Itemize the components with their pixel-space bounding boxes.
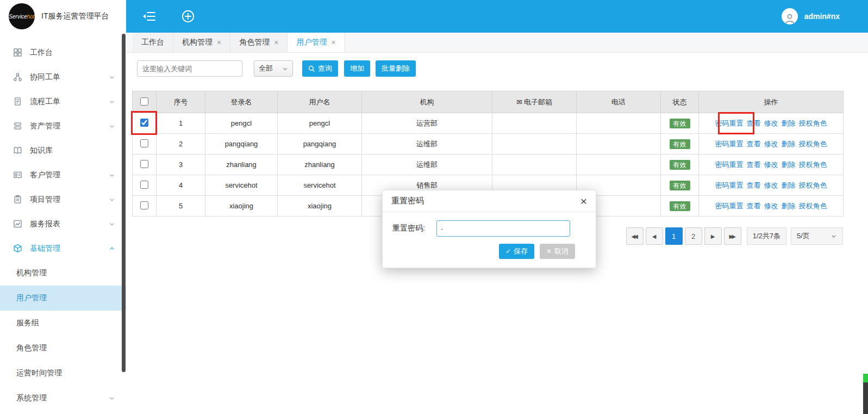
- row-checkbox[interactable]: [140, 119, 148, 127]
- sidebar-item-label: 基础管理: [30, 244, 60, 254]
- table-cell: 5: [157, 196, 205, 217]
- authorize-role-link[interactable]: 授权角色: [799, 119, 827, 127]
- sidebar-item-role-mgmt[interactable]: 角色管理: [0, 336, 126, 361]
- chevron-down-icon: [109, 395, 115, 401]
- view-link[interactable]: 查看: [747, 140, 761, 148]
- reset-password-link[interactable]: 密码重置: [715, 160, 744, 169]
- edit-link[interactable]: 修改: [764, 160, 778, 169]
- avatar[interactable]: [782, 8, 798, 24]
- sidebar-item-process-orders[interactable]: 流程工单: [0, 89, 126, 114]
- authorize-role-link[interactable]: 授权角色: [799, 202, 827, 210]
- sidebar-item-service-reports[interactable]: 服务报表: [0, 212, 126, 236]
- delete-link[interactable]: 删除: [782, 160, 796, 169]
- sidebar-toggle-icon[interactable]: [141, 10, 157, 23]
- sidebar-scrollbar[interactable]: [122, 34, 126, 372]
- authorize-role-link[interactable]: 授权角色: [799, 181, 827, 189]
- edit-link[interactable]: 修改: [764, 181, 778, 189]
- page-scrollbar-thumb[interactable]: [863, 374, 868, 414]
- sidebar-item-user-mgmt[interactable]: 用户管理: [0, 286, 126, 311]
- tab-role-mgmt[interactable]: 角色管理×: [230, 33, 288, 52]
- close-icon[interactable]: ×: [217, 38, 221, 47]
- document-icon: [13, 97, 23, 107]
- view-link[interactable]: 查看: [747, 119, 761, 127]
- user-menu[interactable]: admin#nx: [782, 8, 840, 24]
- batch-delete-button[interactable]: 批量删除: [376, 60, 416, 77]
- reset-password-link[interactable]: 密码重置: [715, 181, 744, 189]
- table-cell: zhanliang: [205, 155, 278, 175]
- add-button[interactable]: 增加: [344, 60, 370, 77]
- edit-link[interactable]: 修改: [764, 202, 778, 210]
- chevron-down-icon: [109, 123, 115, 129]
- sidebar-item-customers[interactable]: 客户管理: [0, 163, 126, 187]
- select-all-checkbox[interactable]: [140, 97, 148, 106]
- chevron-down-icon: [109, 196, 115, 203]
- tab-workbench[interactable]: 工作台: [133, 33, 173, 52]
- delete-link[interactable]: 删除: [782, 119, 796, 127]
- row-checkbox[interactable]: [140, 139, 148, 147]
- row-checkbox[interactable]: [140, 160, 148, 168]
- tab-user-mgmt[interactable]: 用户管理×: [288, 33, 345, 52]
- first-page-button[interactable]: ◀◀: [626, 227, 644, 245]
- table-header-row: 序号 登录名 用户名 机构 ✉电子邮箱 电话 状态 操作: [133, 91, 844, 113]
- view-link[interactable]: 查看: [747, 160, 761, 169]
- tab-org-mgmt[interactable]: 机构管理×: [173, 33, 230, 52]
- reset-password-link[interactable]: 密码重置: [715, 119, 744, 127]
- chevron-down-icon: [830, 233, 837, 239]
- table-cell: servicehot: [205, 175, 278, 196]
- sidebar-item-org-mgmt[interactable]: 机构管理: [0, 261, 126, 286]
- table-cell: pengcl: [205, 113, 278, 134]
- header-login: 登录名: [205, 91, 278, 113]
- reset-password-link[interactable]: 密码重置: [715, 202, 744, 210]
- sidebar-item-knowledge-base[interactable]: 知识库: [0, 138, 126, 163]
- keyword-search-input[interactable]: [137, 60, 242, 77]
- table-cell: 密码重置查看修改删除授权角色: [699, 175, 844, 196]
- reset-password-modal: 重置密码 × 重置密码: ✓保存 ✕取消: [382, 190, 596, 268]
- delete-link[interactable]: 删除: [782, 181, 796, 189]
- sidebar-item-optime-mgmt[interactable]: 运营时间管理: [0, 361, 126, 386]
- table-cell: 2: [157, 134, 205, 155]
- row-checkbox[interactable]: [140, 201, 148, 209]
- sidebar-item-projects[interactable]: 项目管理: [0, 187, 126, 212]
- edit-link[interactable]: 修改: [764, 140, 778, 148]
- delete-link[interactable]: 删除: [782, 202, 796, 210]
- view-link[interactable]: 查看: [747, 181, 761, 189]
- last-page-button[interactable]: ▶▶: [724, 227, 741, 245]
- sidebar-item-basic-mgmt[interactable]: 基础管理: [0, 236, 126, 261]
- username: admin#nx: [804, 12, 840, 21]
- sidebar-item-system-mgmt[interactable]: 系统管理: [0, 386, 126, 411]
- sidebar-item-label: 客户管理: [30, 170, 60, 180]
- authorize-role-link[interactable]: 授权角色: [799, 160, 827, 169]
- batch-delete-label: 批量删除: [382, 64, 410, 73]
- status-filter-select[interactable]: 全部: [254, 60, 293, 77]
- page-button-2[interactable]: 2: [685, 227, 702, 245]
- close-icon[interactable]: ×: [580, 195, 587, 207]
- next-page-button[interactable]: ▶: [704, 227, 722, 245]
- chart-icon: [13, 219, 23, 229]
- authorize-role-link[interactable]: 授权角色: [799, 140, 827, 148]
- delete-link[interactable]: 删除: [782, 140, 796, 148]
- table-cell: 密码重置查看修改删除授权角色: [699, 155, 844, 175]
- check-icon: ✓: [505, 248, 511, 255]
- prev-page-button[interactable]: ◀: [646, 227, 663, 245]
- sidebar-item-collab-orders[interactable]: 协同工单: [0, 65, 126, 89]
- sidebar-item-service-group[interactable]: 服务组: [0, 311, 126, 336]
- sidebar-item-workbench[interactable]: 工作台: [0, 40, 126, 65]
- cancel-button-label: 取消: [554, 246, 569, 256]
- reset-password-link[interactable]: 密码重置: [715, 140, 744, 148]
- cancel-button[interactable]: ✕取消: [540, 244, 575, 259]
- page-button-1[interactable]: 1: [665, 227, 683, 245]
- row-checkbox[interactable]: [140, 181, 148, 189]
- add-new-icon[interactable]: [180, 10, 196, 23]
- reset-password-input[interactable]: [436, 220, 570, 237]
- page-size-select[interactable]: 5/页: [791, 227, 843, 245]
- close-icon[interactable]: ×: [331, 38, 335, 47]
- query-button[interactable]: 查询: [302, 60, 338, 77]
- tab-label: 工作台: [141, 38, 164, 47]
- sidebar-item-assets[interactable]: 资产管理: [0, 114, 126, 138]
- edit-link[interactable]: 修改: [764, 119, 778, 127]
- save-button[interactable]: ✓保存: [499, 244, 534, 259]
- close-icon[interactable]: ×: [274, 38, 278, 47]
- view-link[interactable]: 查看: [747, 202, 761, 210]
- table-row: 3 zhanliang zhanliang 运维部 有效 密码重置查看修改删除授…: [133, 155, 844, 175]
- logo-text: Service: [9, 14, 27, 20]
